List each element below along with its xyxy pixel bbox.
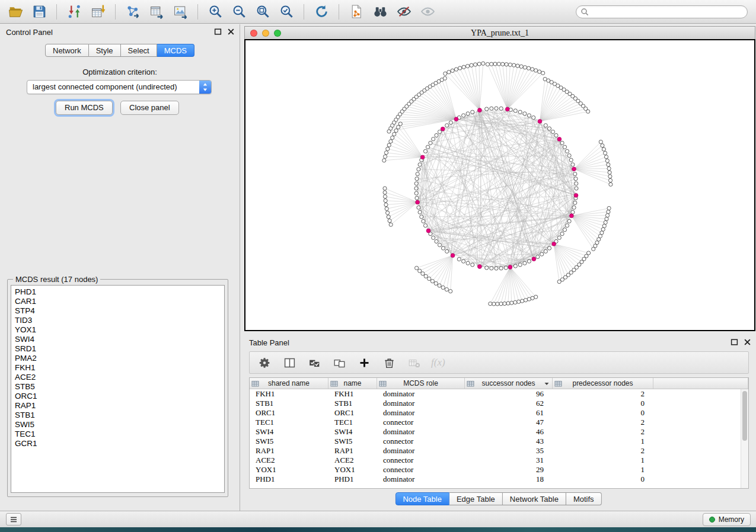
import-network-button[interactable] — [63, 2, 85, 21]
optimization-criterion-label: Optimization criterion: — [0, 68, 240, 76]
export-image-button[interactable] — [170, 2, 191, 21]
search-input[interactable] — [576, 5, 748, 18]
zoom-in-button[interactable] — [205, 2, 226, 21]
show-all-button[interactable] — [417, 2, 438, 21]
column-header-shared-name[interactable]: shared name — [250, 378, 328, 389]
table-cell: 0 — [553, 399, 653, 408]
table-cell: dominator — [377, 408, 465, 418]
export-network-button[interactable] — [122, 2, 143, 21]
search-container — [576, 5, 748, 18]
table-cell: dominator — [377, 399, 465, 408]
table-row[interactable]: SWI5SWI5connector431 — [250, 437, 748, 446]
table-row[interactable]: RAP1RAP1dominator352 — [250, 446, 748, 456]
control-panel-tabs: NetworkStyleSelectMCDS — [45, 44, 194, 57]
tab-select[interactable]: Select — [121, 44, 157, 57]
mcds-result-item[interactable]: STB5 — [15, 382, 221, 392]
mcds-result-item[interactable]: CAR1 — [15, 297, 221, 306]
function-builder-button[interactable]: f(x) — [431, 355, 445, 370]
mcds-result-item[interactable]: TEC1 — [15, 430, 221, 439]
mcds-result-item[interactable]: PMA2 — [15, 354, 221, 363]
tab-network[interactable]: Network — [45, 44, 89, 57]
mcds-result-item[interactable]: ACE2 — [15, 373, 221, 382]
scrollbar-thumb[interactable] — [742, 391, 747, 441]
table-cell: YOX1 — [328, 465, 377, 475]
table-cell-filler — [653, 465, 748, 475]
table-cell-filler — [653, 456, 748, 465]
zoom-selected-button[interactable] — [276, 2, 297, 21]
zoom-out-button[interactable] — [228, 2, 250, 21]
float-panel-button[interactable] — [214, 28, 222, 36]
table-row[interactable]: YOX1YOX1connector291 — [250, 465, 748, 475]
clear-table-button[interactable] — [406, 355, 422, 370]
toggle-columns-button[interactable] — [282, 355, 297, 370]
zoom-fit-button[interactable] — [252, 2, 273, 21]
mcds-result-item[interactable]: RAP1 — [15, 401, 221, 411]
table-tab-edge-table[interactable]: Edge Table — [449, 492, 503, 505]
deselect-all-rows-button[interactable] — [331, 355, 347, 370]
table-row[interactable]: TEC1TEC1connector472 — [250, 418, 748, 427]
table-cell: PHD1 — [250, 475, 328, 484]
export-table-button[interactable] — [146, 2, 167, 21]
table-row[interactable]: ORC1ORC1dominator610 — [250, 408, 748, 418]
table-settings-button[interactable] — [257, 355, 272, 370]
table-row[interactable]: PHD1PHD1dominator180 — [250, 475, 748, 484]
mcds-result-list[interactable]: PHD1CAR1STP4TID3YOX1SWI4SRD1PMA2FKH1ACE2… — [11, 285, 225, 493]
tab-mcds[interactable]: MCDS — [157, 44, 194, 57]
float-table-panel-button[interactable] — [731, 338, 738, 346]
close-panel-button[interactable] — [227, 28, 235, 36]
select-all-rows-button[interactable] — [307, 355, 322, 370]
table-row[interactable]: FKH1FKH1dominator962 — [250, 389, 748, 399]
open-session-button[interactable] — [5, 2, 26, 21]
column-header-mcds-role[interactable]: MCDS role — [377, 378, 465, 389]
table-cell: 31 — [465, 456, 553, 465]
table-row[interactable]: STB1STB1dominator620 — [250, 399, 748, 408]
table-cell: 0 — [553, 475, 653, 484]
mcds-result-item[interactable]: SRD1 — [15, 344, 221, 354]
hide-selected-button[interactable] — [393, 2, 414, 21]
add-column-button[interactable] — [356, 355, 372, 370]
close-panel-action-button[interactable]: Close panel — [120, 101, 179, 115]
table-row[interactable]: SWI4SWI4dominator462 — [250, 427, 748, 437]
mcds-result-item[interactable]: SWI5 — [15, 420, 221, 430]
optimization-criterion-select[interactable]: largest connected component (undirected) — [27, 80, 212, 94]
table-cell: 2 — [553, 427, 653, 437]
import-table-button[interactable] — [87, 2, 109, 21]
table-cell: 1 — [553, 437, 653, 446]
mcds-result-item[interactable]: STP4 — [15, 306, 221, 316]
table-tab-network-table[interactable]: Network Table — [503, 492, 566, 505]
delete-column-button[interactable] — [381, 355, 397, 370]
mcds-result-item[interactable]: SWI4 — [15, 335, 221, 344]
table-tab-node-table[interactable]: Node Table — [395, 492, 449, 505]
mcds-result-item[interactable]: GCR1 — [15, 439, 221, 448]
table-row[interactable]: ACE2ACE2connector311 — [250, 456, 748, 465]
mcds-result-item[interactable]: STB1 — [15, 411, 221, 420]
table-cell: 46 — [465, 427, 553, 437]
network-window-title: YPA_prune.txt_1 — [245, 28, 755, 38]
tab-style[interactable]: Style — [89, 44, 121, 57]
mcds-result-item[interactable]: PHD1 — [15, 287, 221, 297]
table-panel: Table Panel f(x) shared namenameMCDS rol… — [241, 335, 756, 511]
run-mcds-button[interactable]: Run MCDS — [56, 101, 113, 115]
refresh-layout-button[interactable] — [311, 2, 332, 21]
new-network-from-selection-button[interactable] — [346, 2, 367, 21]
table-cell: SWI5 — [328, 437, 377, 446]
column-header-predecessor-nodes[interactable]: predecessor nodes — [553, 378, 653, 389]
column-header-name[interactable]: name — [328, 378, 377, 389]
find-button[interactable] — [369, 2, 391, 21]
network-canvas[interactable] — [244, 39, 755, 331]
table-tab-motifs[interactable]: Motifs — [566, 492, 602, 505]
close-table-panel-button[interactable] — [744, 338, 751, 346]
table-vertical-scrollbar[interactable] — [741, 389, 748, 488]
column-header-successor-nodes[interactable]: successor nodes — [465, 378, 553, 389]
table-cell: ACE2 — [250, 456, 328, 465]
mcds-result-item[interactable]: FKH1 — [15, 363, 221, 373]
save-session-button[interactable] — [28, 2, 50, 21]
memory-button[interactable]: Memory — [703, 513, 751, 526]
table-cell-filler — [653, 437, 748, 446]
mcds-result-item[interactable]: YOX1 — [15, 325, 221, 335]
table-cell: 0 — [553, 408, 653, 418]
status-menu-button[interactable] — [6, 513, 21, 525]
mcds-result-item[interactable]: ORC1 — [15, 392, 221, 401]
application-window: Control Panel NetworkStyleSelectMCDS Opt… — [0, 0, 756, 532]
mcds-result-item[interactable]: TID3 — [15, 316, 221, 325]
